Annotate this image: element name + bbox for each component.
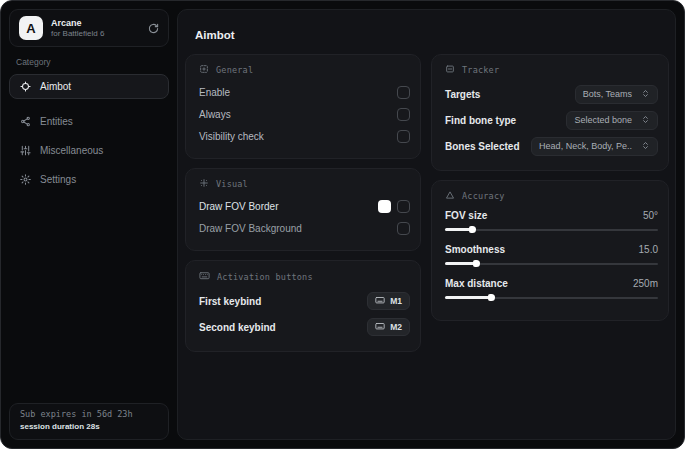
setting-row-first-keybind: First keybind M1 — [199, 288, 410, 314]
setting-label: Visibility check — [199, 131, 264, 142]
sidebar-item-settings[interactable]: Settings — [9, 167, 169, 192]
setting-row-always: Always — [199, 103, 410, 125]
smoothness-slider[interactable] — [445, 261, 658, 266]
app-subtitle: for Battlefield 6 — [51, 29, 104, 38]
setting-label: Enable — [199, 87, 230, 98]
setting-label: First keybind — [199, 296, 261, 307]
crosshair-icon — [20, 81, 31, 92]
setting-label: Smoothness — [445, 244, 505, 255]
setting-row-bones-selected: Bones Selected Head, Neck, Body, Pe.. — [445, 133, 658, 159]
box-minus-icon — [445, 64, 455, 76]
visibility-check-checkbox[interactable] — [397, 130, 410, 143]
setting-row-draw-fov-border: Draw FOV Border — [199, 195, 410, 217]
entities-icon — [20, 116, 31, 127]
main-panel: Aimbot General Enable — [177, 9, 676, 440]
dropdown-value: Bots, Teams — [583, 89, 632, 99]
setting-row-targets: Targets Bots, Teams — [445, 81, 658, 107]
card-title: Accuracy — [462, 191, 505, 201]
draw-fov-background-checkbox[interactable] — [397, 222, 410, 235]
plus-icon — [199, 178, 209, 190]
setting-label: FOV size — [445, 210, 487, 221]
setting-row-fov-size: FOV size 50° — [445, 207, 658, 232]
sliders-icon — [20, 145, 31, 156]
keyboard-icon — [375, 321, 385, 333]
sidebar-item-miscellaneous[interactable]: Miscellaneous — [9, 138, 169, 163]
expand-icon — [641, 89, 650, 100]
page-title: Aimbot — [195, 29, 669, 41]
card-title: General — [216, 65, 253, 75]
sidebar-nav: Aimbot Entities Miscellaneous Settings — [1, 74, 177, 192]
setting-row-draw-fov-background: Draw FOV Background — [199, 217, 410, 239]
setting-row-second-keybind: Second keybind M2 — [199, 314, 410, 340]
triangle-icon — [445, 190, 455, 202]
sub-expiry-text: Sub expires in 56d 23h — [20, 409, 158, 419]
sidebar: A Arcane for Battlefield 6 Category Aimb… — [1, 1, 177, 448]
slider-value: 15.0 — [639, 244, 658, 255]
bones-selected-dropdown[interactable]: Head, Neck, Body, Pe.. — [531, 137, 658, 156]
slider-thumb[interactable] — [488, 294, 495, 301]
refresh-icon[interactable] — [148, 23, 159, 34]
setting-label: Targets — [445, 89, 480, 100]
setting-row-enable: Enable — [199, 81, 410, 103]
setting-label: Max distance — [445, 278, 508, 289]
sidebar-item-aimbot[interactable]: Aimbot — [9, 74, 169, 99]
fov-border-color-swatch[interactable] — [378, 200, 391, 213]
gear-icon — [20, 174, 31, 185]
brand-card: A Arcane for Battlefield 6 — [9, 9, 169, 47]
expand-icon — [641, 115, 650, 126]
slider-thumb[interactable] — [473, 260, 480, 267]
card-title: Tracker — [462, 65, 499, 75]
logo-letter: A — [26, 21, 35, 36]
subscription-card: Sub expires in 56d 23h session duration … — [9, 403, 169, 440]
setting-row-smoothness: Smoothness 15.0 — [445, 241, 658, 266]
sidebar-item-entities[interactable]: Entities — [9, 109, 169, 134]
second-keybind-button[interactable]: M2 — [367, 318, 410, 336]
setting-row-visibility-check: Visibility check — [199, 125, 410, 147]
sidebar-item-label: Settings — [40, 174, 76, 185]
setting-label: Draw FOV Border — [199, 201, 278, 212]
app-title: Arcane — [51, 18, 104, 28]
visual-card: Visual Draw FOV Border Draw FOV Backgrou… — [185, 168, 421, 251]
dropdown-value: Selected bone — [574, 115, 632, 125]
fov-size-slider[interactable] — [445, 227, 658, 232]
general-card: General Enable Always Visibility check — [185, 54, 421, 159]
draw-fov-border-checkbox[interactable] — [397, 200, 410, 213]
sidebar-item-label: Miscellaneous — [40, 145, 103, 156]
keyboard-icon — [375, 295, 385, 307]
setting-label: Always — [199, 109, 231, 120]
targets-dropdown[interactable]: Bots, Teams — [575, 85, 658, 104]
grid-square-icon — [199, 64, 209, 76]
slider-value: 50° — [643, 210, 658, 221]
slider-thumb[interactable] — [469, 226, 476, 233]
dropdown-value: Head, Neck, Body, Pe.. — [539, 141, 632, 151]
setting-row-max-distance: Max distance 250m — [445, 275, 658, 300]
setting-label: Draw FOV Background — [199, 223, 302, 234]
sidebar-item-label: Entities — [40, 116, 73, 127]
expand-icon — [641, 141, 650, 152]
slider-value: 250m — [633, 278, 658, 289]
first-keybind-button[interactable]: M1 — [367, 292, 410, 310]
keyboard-icon — [199, 270, 210, 283]
app-window: A Arcane for Battlefield 6 Category Aimb… — [0, 0, 685, 449]
tracker-card: Tracker Targets Bots, Teams Find bone ty… — [431, 54, 669, 171]
sidebar-item-label: Aimbot — [40, 81, 71, 92]
keybind-value: M1 — [390, 296, 402, 306]
find-bone-type-dropdown[interactable]: Selected bone — [566, 111, 658, 130]
setting-label: Bones Selected — [445, 141, 519, 152]
setting-row-find-bone-type: Find bone type Selected bone — [445, 107, 658, 133]
enable-checkbox[interactable] — [397, 86, 410, 99]
always-checkbox[interactable] — [397, 108, 410, 121]
activation-buttons-card: Activation buttons First keybind M1 Seco… — [185, 260, 421, 352]
card-title: Visual — [216, 179, 248, 189]
app-logo: A — [19, 16, 43, 40]
category-label: Category — [16, 57, 162, 67]
session-duration-text: session duration 28s — [20, 422, 158, 431]
max-distance-slider[interactable] — [445, 295, 658, 300]
setting-label: Find bone type — [445, 115, 516, 126]
card-title: Activation buttons — [217, 272, 313, 282]
accuracy-card: Accuracy FOV size 50° — [431, 180, 669, 321]
setting-label: Second keybind — [199, 322, 276, 333]
keybind-value: M2 — [390, 322, 402, 332]
